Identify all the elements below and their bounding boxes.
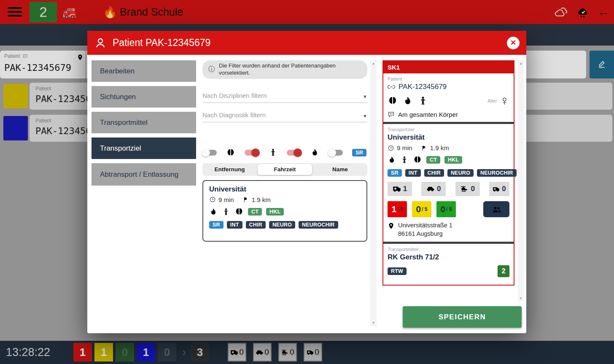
person-icon <box>94 37 107 49</box>
vehicle-count-value: 0 <box>315 348 319 357</box>
people-icon <box>492 205 501 214</box>
info-icon: ⓘ <box>208 65 215 74</box>
discipline-badge: NEUROCHIR <box>477 169 517 177</box>
hamburger-menu-icon[interactable] <box>8 5 22 18</box>
vehicle-capacity-badge: 2 <box>498 265 509 277</box>
discipline-badge: NEURO <box>269 221 295 229</box>
burn-filter-toggle[interactable] <box>287 150 301 156</box>
location-pin-icon <box>388 222 395 229</box>
middle-scrollbar[interactable]: ▲ ▼ <box>370 60 377 326</box>
back-arrow-icon[interactable]: ← <box>598 6 609 18</box>
clock-icon <box>209 196 216 203</box>
dest-vehicle-count: 0 <box>437 185 441 193</box>
close-icon[interactable]: ✕ <box>507 37 520 49</box>
triage-count-red[interactable]: 1 <box>73 343 92 361</box>
diagnostik-filter-select[interactable]: Nach Diagnostik filtern ▼ <box>202 109 367 122</box>
discipline-badge: CHIR <box>424 169 444 177</box>
age-label: Alter <box>487 98 497 103</box>
dest-vehicle-count: 0 <box>502 185 506 193</box>
capacity-max: / 5 <box>446 206 452 212</box>
tab-transportziel[interactable]: Transportziel <box>92 138 196 159</box>
sr-filter-toggle[interactable] <box>329 150 343 156</box>
brain-icon <box>234 207 244 216</box>
scroll-down-icon[interactable]: ▼ <box>519 297 522 300</box>
vehicle-count-rtw[interactable]: 0 <box>228 343 246 361</box>
drive-distance: 1.9 km <box>430 144 449 151</box>
hospital-name: Universität <box>209 185 361 194</box>
child-icon <box>222 208 230 216</box>
sort-tab-name[interactable]: Name <box>313 163 367 176</box>
route-flag-icon <box>421 145 428 151</box>
sort-tab-entfernung[interactable]: Entfernung <box>202 163 257 176</box>
event-counter-badge: 2 <box>30 2 57 22</box>
summary-patient-id: PAK-12345679 <box>399 83 447 91</box>
tab-sichtungen[interactable]: Sichtungen <box>92 86 196 108</box>
triage-count-gray[interactable]: 0 <box>158 343 176 361</box>
hospital-card-universitaet[interactable]: Universität 9 min 1.9 km CT HKL <box>202 180 367 242</box>
disziplinen-filter-select[interactable]: Nach Disziplinen filtern ▼ <box>202 90 367 103</box>
edit-patient-button[interactable] <box>590 51 614 78</box>
brain-icon <box>388 96 398 106</box>
brain-filter-toggle[interactable] <box>202 150 217 156</box>
flame-icon <box>209 208 218 216</box>
sort-segmented-control: Entfernung Fahrzeit Name <box>202 163 367 176</box>
vehicle-count-ktw[interactable]: 0 <box>304 343 322 361</box>
capacity-max: / 5 <box>397 206 403 212</box>
fire-truck-icon: 🚒 <box>62 0 77 24</box>
flame-icon <box>388 156 396 164</box>
triage-count-yellow[interactable]: 1 <box>94 343 113 361</box>
triage-count-blue[interactable]: 1 <box>137 343 155 361</box>
tab-transportmittel[interactable]: Transportmittel <box>92 112 196 133</box>
dest-vehicle-rtw: 1 <box>388 182 412 196</box>
child-icon <box>269 148 277 157</box>
capacity-max: / 5 <box>422 206 427 212</box>
drive-duration: 9 min <box>397 144 412 151</box>
scroll-down-icon[interactable]: ▼ <box>372 321 375 325</box>
ambulance-icon <box>393 185 401 193</box>
discipline-badge: NEURO <box>447 169 474 177</box>
scenario-title: Brand Schule <box>120 0 183 24</box>
wristband-icon <box>388 83 395 91</box>
discipline-badge: INT <box>405 169 421 177</box>
cloud-sync-ok-icon <box>576 6 590 19</box>
capacity-value: 1 <box>391 204 396 214</box>
summary-patient-section: Patient PAK-12345679 Alter ♀ <box>383 73 514 122</box>
top-app-bar: 2 🚒 🔥 Brand Schule ← <box>0 0 614 24</box>
destination-name: Universität <box>388 133 509 142</box>
child-filter-toggle[interactable] <box>245 150 259 156</box>
vehicle-count-value: 0 <box>239 348 244 357</box>
discipline-badge: INT <box>227 221 242 229</box>
capacity-green: 0 / 5 <box>436 201 456 217</box>
triage-count-total[interactable]: 3 <box>191 343 209 361</box>
clock-time: 13:28:22 <box>6 341 50 364</box>
vehicle-count-rth[interactable]: 0 <box>278 343 297 361</box>
flame-icon <box>310 148 319 157</box>
field-divider <box>86 51 86 78</box>
location-pin-icon[interactable] <box>77 54 83 61</box>
sort-tab-fahrzeit[interactable]: Fahrzeit <box>258 164 312 175</box>
summary-vehicle-section: Transportmittel RK Gersth 71/2 RTW 2 <box>383 244 514 285</box>
vehicle-count-nef[interactable]: 0 <box>253 343 272 361</box>
dialog-header: Patient PAK-12345679 ✕ <box>87 31 526 55</box>
discipline-badge: SR <box>209 221 224 229</box>
sk-header: SK1 <box>383 61 514 73</box>
tab-bearbeiten[interactable]: Bearbeiten <box>92 60 196 82</box>
transport-summary-panel: SK1 Patient PAK-12345679 Alter ♀ <box>382 60 514 286</box>
capacity-value: 0 <box>440 204 445 214</box>
triage-count-green[interactable]: 0 <box>116 343 134 361</box>
scroll-up-icon[interactable]: ▲ <box>372 62 375 65</box>
save-button-label: SPEICHERN <box>439 313 486 321</box>
address-line2: 86161 Augsburg <box>398 230 452 238</box>
capacity-yellow: 0 / 5 <box>412 201 431 217</box>
summary-destination-section: Transportziel Universität 9 min 1.9 km C… <box>383 124 514 242</box>
car-icon <box>426 185 435 193</box>
scroll-up-icon[interactable]: ▲ <box>519 62 522 65</box>
triage-color-badge-blue <box>3 116 28 140</box>
flame-icon <box>403 96 413 106</box>
save-button[interactable]: SPEICHERN <box>403 306 522 328</box>
summary-scrollbar[interactable]: ▲ ▼ <box>518 60 524 302</box>
capacity-red: 1 / 5 <box>388 201 407 217</box>
app-screen: 2 🚒 🔥 Brand Schule ← ZUR KARTE SICH MANV <box>0 0 614 364</box>
occupancy-button[interactable] <box>483 201 509 217</box>
tab-abtransport[interactable]: Abtransport / Entlassung <box>92 163 196 186</box>
